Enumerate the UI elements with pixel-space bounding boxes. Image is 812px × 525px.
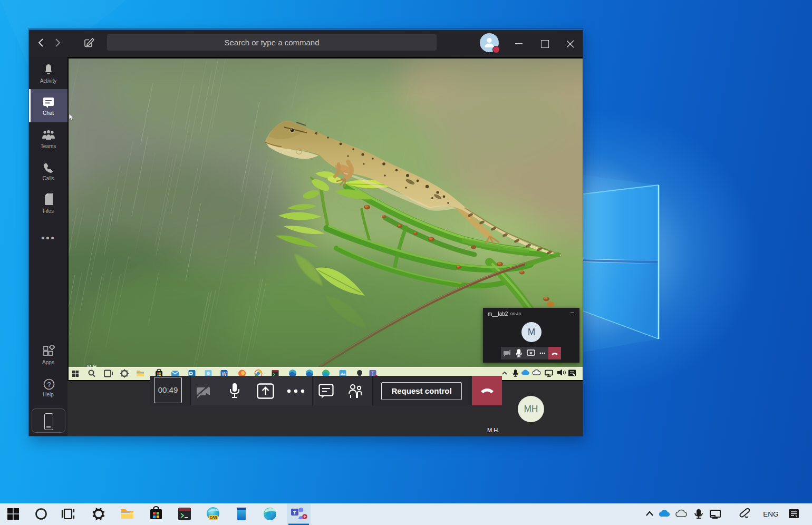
svg-text:ENG: ENG bbox=[763, 510, 778, 518]
svg-text:CAN: CAN bbox=[209, 516, 217, 519]
svg-text:?: ? bbox=[47, 381, 51, 388]
svg-text:T: T bbox=[293, 510, 296, 516]
